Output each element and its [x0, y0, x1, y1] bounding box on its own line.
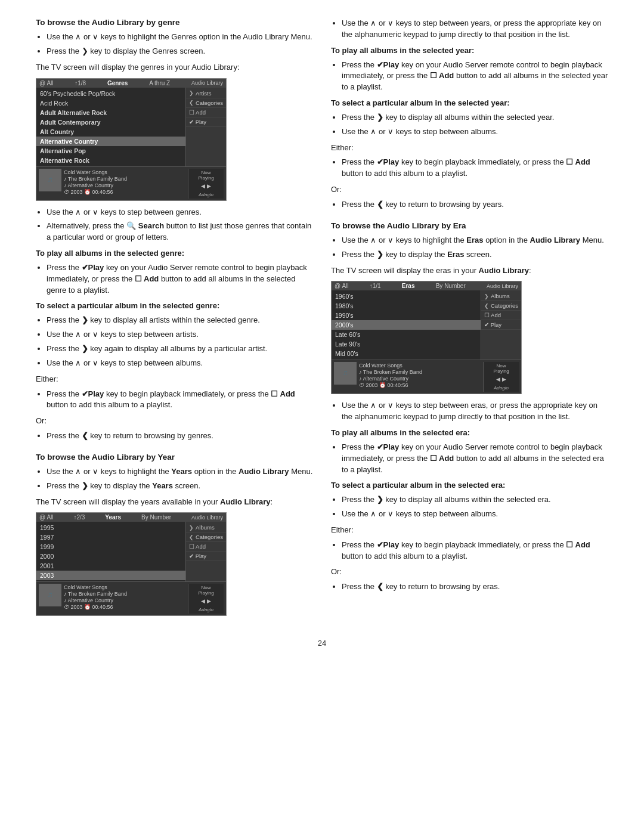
genre-intro-bullets: Use the ∧ or ∨ keys to highlight the Gen… — [47, 32, 313, 57]
screen-sidebar: ❯ Albums ❮ Categories ☐ Add ✔ Play — [481, 290, 521, 360]
list-item: Acid Rock — [36, 98, 185, 108]
sidebar-item: ✔ Play — [186, 552, 226, 561]
list-item: Use the ∧ or ∨ keys to step between albu… — [342, 126, 608, 138]
track-info: Cold Water Songs ♪ The Broken Family Ban… — [357, 362, 483, 392]
list-item: Press the ❯ key to display the Years scr… — [47, 481, 313, 492]
genre-label: ♪ Alternative Country — [64, 182, 185, 188]
year-time: ⏱ 2003 ⏰ 00:40:56 — [64, 189, 185, 195]
artist-name: ♪ The Broken Family Band — [359, 369, 481, 375]
screen-list: 1995 1997 1999 2000 2001 2003 — [36, 522, 185, 581]
sidebar-item: ❯ Albums — [186, 523, 226, 532]
or-label-year: Or: — [331, 184, 608, 196]
screen-controls: NowPlaying ◀ ▶ Adagio — [483, 362, 519, 392]
now-playing-label: NowPlaying — [493, 363, 509, 374]
song-title: Cold Water Songs — [64, 169, 185, 175]
song-title: Cold Water Songs — [64, 584, 185, 590]
either-bullets-genre: Press the ✔Play key to begin playback im… — [47, 389, 313, 411]
sidebar-item: ❮ Categories — [186, 98, 226, 108]
either-bullets-era: Press the ✔Play key to begin playback im… — [342, 540, 608, 562]
screen-subtitle: By Number — [436, 283, 466, 289]
screen-sidebar: ❯ Albums ❮ Categories ☐ Add ✔ Play — [185, 522, 226, 581]
list-item: Adult Alternative Rock — [36, 108, 185, 117]
section-era: To browse the Audio Library by Era Use t… — [331, 221, 608, 593]
select-album-year-heading: To select a particular album in the sele… — [331, 98, 608, 109]
list-item: Press the ✔Play key to begin playback im… — [342, 157, 608, 179]
track-info: Cold Water Songs ♪ The Broken Family Ban… — [61, 169, 188, 199]
list-item: Use the ∧ or ∨ keys to step between eras… — [342, 400, 608, 423]
screen-body: 60's Psychedelic Pop/Rock Acid Rock Adul… — [36, 88, 226, 166]
screen-controls: NowPlaying ◀ ▶ Adagio — [188, 584, 224, 614]
artist-name: ♪ The Broken Family Band — [64, 176, 185, 182]
play-all-genre-bullets: Press the ✔Play key on your Audio Server… — [47, 262, 313, 296]
screen-body: 1995 1997 1999 2000 2001 2003 ❯ Albums ❮… — [36, 522, 226, 581]
sidebar-item: ✔ Play — [481, 320, 521, 330]
screen-subtitle: By Number — [141, 514, 171, 521]
list-item: Press the ✔Play key to begin playback im… — [47, 389, 313, 411]
sidebar-item: ❯ Artists — [186, 89, 226, 98]
track-info: Cold Water Songs ♪ The Broken Family Ban… — [61, 584, 188, 614]
genre-screen-mockup: @ All ↑1/8 Genres A thru Z Audio Library… — [36, 78, 227, 201]
list-item: Alternatively, press the 🔍 Search button… — [47, 221, 313, 243]
album-art: 🎵 — [39, 169, 61, 191]
list-item: Late 60's — [332, 330, 481, 339]
select-album-genre-heading: To select a particular album in the sele… — [36, 301, 313, 312]
list-item: 1997 — [36, 532, 185, 542]
play-all-year-bullets: Press the ✔Play key on your Audio Server… — [342, 60, 608, 94]
arrow-icon: ❯ — [189, 525, 194, 531]
list-item-selected: Alternative Country — [36, 137, 185, 146]
arrow-icon: ❯ — [189, 90, 194, 96]
either-label-era: Either: — [331, 525, 608, 536]
era-screen-intro: The TV screen will display the eras in y… — [331, 265, 608, 277]
list-item: Alternative Rock — [36, 156, 185, 165]
sidebar-item: ☐ Add — [481, 311, 521, 320]
select-album-era-bullets: Press the ❯ key to display all albums wi… — [342, 494, 608, 520]
era-heading: To browse the Audio Library by Era — [331, 221, 608, 230]
screen-now-playing: 🎵 Cold Water Songs ♪ The Broken Family B… — [36, 166, 226, 200]
play-all-era-bullets: Press the ✔Play key on your Audio Server… — [342, 442, 608, 476]
list-item: 1990's — [332, 311, 481, 320]
select-album-era-heading: To select a particular album in the sele… — [331, 480, 608, 491]
control-buttons: ◀ ▶ — [201, 598, 211, 604]
screen-list: 1960's 1980's 1990's 2000's Late 60's La… — [332, 290, 481, 360]
control-buttons: ◀ ▶ — [496, 376, 506, 382]
year-time: ⏱ 2003 ⏰ 00:40:56 — [359, 382, 481, 388]
list-item: 1980's — [332, 301, 481, 311]
screen-right-label: Audio Library — [191, 515, 223, 521]
or-label-era: Or: — [331, 566, 608, 578]
screen-top-bar: @ All ↑1/1 Eras By Number Audio Library — [332, 281, 521, 290]
adagio-logo: Adagio — [494, 385, 509, 391]
genre-label: ♪ Alternative Country — [64, 597, 185, 603]
list-item: Press the ❯ key again to display all alb… — [47, 343, 313, 355]
screen-page-info: ↑2/3 — [73, 514, 85, 521]
year-time: ⏱ 2003 ⏰ 00:40:56 — [64, 604, 185, 610]
album-art: 🎵 — [39, 584, 61, 606]
list-item: Use the ∧ or ∨ keys to step between albu… — [47, 358, 313, 369]
genre-after-screen-bullets: Use the ∧ or ∨ keys to step between genr… — [47, 207, 313, 244]
select-album-genre-bullets: Press the ❯ key to display all artists w… — [47, 315, 313, 368]
or-label-genre: Or: — [36, 416, 313, 427]
list-item: Press the ❯ key to display all albums wi… — [342, 112, 608, 123]
sidebar-item: ❮ Categories — [481, 301, 521, 311]
page-content: To browse the Audio Library by genre Use… — [36, 18, 608, 627]
section-year-continued: Use the ∧ or ∨ keys to step between year… — [331, 18, 608, 210]
genre-label: ♪ Alternative Country — [359, 376, 481, 382]
year-screen-intro: The TV screen will display the years ava… — [36, 497, 313, 508]
or-bullets-era: Press the ❮ key to return to browsing by… — [342, 581, 608, 593]
now-playing-label: NowPlaying — [198, 585, 213, 596]
screen-now-playing: 🎵 Cold Water Songs ♪ The Broken Family B… — [332, 360, 521, 394]
screen-right-label: Audio Library — [487, 283, 518, 289]
list-item: Use the ∧ or ∨ keys to highlight the Gen… — [47, 32, 313, 43]
list-item: Press the ❮ key to return to browsing by… — [47, 431, 313, 442]
list-item: 60's Psychedelic Pop/Rock — [36, 89, 185, 98]
artist-name: ♪ The Broken Family Band — [64, 591, 185, 597]
list-item: Alt Country — [36, 127, 185, 137]
list-item: 1960's — [332, 292, 481, 301]
year-screen-mockup: @ All ↑2/3 Years By Number Audio Library… — [36, 512, 227, 616]
page-number-bar: 24 — [36, 639, 608, 648]
genre-screen-intro: The TV screen will display the genres in… — [36, 62, 313, 73]
control-buttons: ◀ ▶ — [201, 183, 211, 189]
list-item: Press the ✔Play key on your Audio Server… — [342, 60, 608, 94]
list-item: Press the ❮ key to return to browsing by… — [342, 581, 608, 593]
list-item: Use the ∧ or ∨ keys to highlight the Yea… — [47, 466, 313, 478]
screen-title: Years — [105, 514, 121, 521]
